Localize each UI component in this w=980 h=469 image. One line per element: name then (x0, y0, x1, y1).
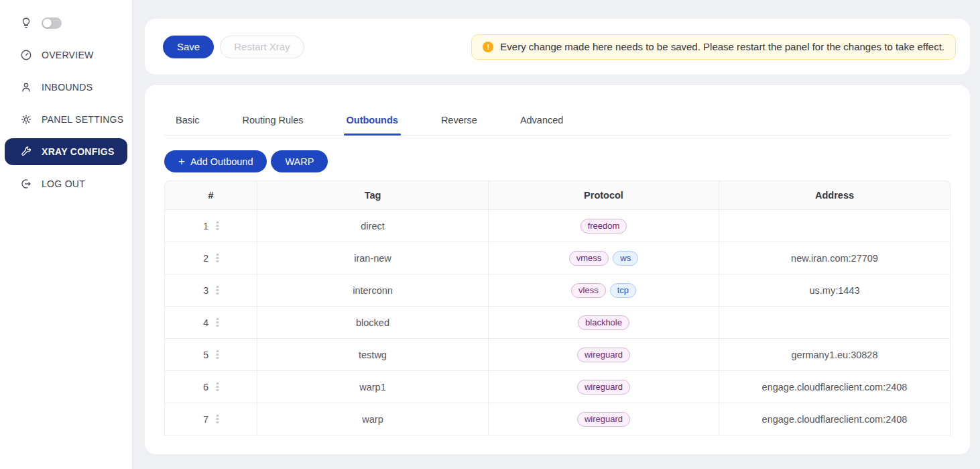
sidebar-item-overview[interactable]: OVERVIEW (0, 39, 132, 71)
sidebar-item-label: OVERVIEW (42, 50, 94, 60)
table-row: 7 warp wireguard engage.cloudflareclient… (164, 403, 951, 435)
protocol-badge: wireguard (577, 380, 630, 395)
row-menu-icon[interactable] (217, 382, 219, 391)
row-number: 5 (203, 350, 208, 360)
col-header-number: # (164, 180, 257, 210)
table-actions: + Add Outbound WARP (164, 150, 951, 172)
tag-cell: testwg (257, 339, 489, 371)
protocol-badge: blackhole (578, 315, 629, 330)
tab-outbounds[interactable]: Outbounds (347, 115, 398, 135)
toggle-knob (43, 19, 52, 28)
table-row: 1 direct freedom (164, 210, 951, 242)
table-row: 3 interconn vless tcp us.my:1443 (164, 274, 951, 307)
outbounds-table-wrap: # Tag Protocol Address 1 direct freedom … (164, 180, 951, 435)
sidebar-item-logout[interactable]: LOG OUT (0, 168, 132, 200)
add-outbound-button[interactable]: + Add Outbound (164, 150, 267, 172)
sidebar-item-label: LOG OUT (42, 178, 85, 189)
row-menu-icon[interactable] (217, 350, 219, 359)
sidebar-item-label: XRAY CONFIGS (42, 146, 115, 157)
address-cell: engage.cloudflareclient.com:2408 (719, 403, 951, 435)
transport-badge: ws (613, 251, 638, 266)
col-header-protocol: Protocol (489, 180, 719, 210)
table-row: 2 iran-new vmess ws new.iran.com:27709 (164, 242, 951, 274)
outbounds-table: # Tag Protocol Address 1 direct freedom … (164, 180, 951, 435)
row-number: 3 (203, 285, 208, 296)
lightbulb-icon (20, 17, 32, 29)
plus-icon: + (178, 156, 185, 167)
protocol-badge: freedom (580, 219, 627, 233)
row-menu-icon[interactable] (217, 221, 219, 230)
dashboard-icon (20, 49, 32, 61)
row-number: 6 (203, 382, 208, 393)
row-number: 7 (203, 414, 208, 425)
save-button[interactable]: Save (163, 36, 214, 58)
address-cell: us.my:1443 (719, 274, 951, 307)
tag-cell: direct (257, 210, 489, 242)
transport-badge: tcp (610, 283, 636, 298)
add-outbound-label: Add Outbound (190, 156, 253, 167)
tab-advanced[interactable]: Advanced (520, 115, 564, 135)
gear-icon (20, 113, 32, 125)
theme-toggle-row (0, 7, 132, 39)
xray-configs-card: Basic Routing Rules Outbounds Reverse Ad… (145, 85, 970, 454)
toolbar-card: Save Restart Xray ! Every change made he… (145, 19, 970, 74)
row-number: 1 (203, 221, 208, 231)
address-cell: new.iran.com:27709 (719, 242, 951, 274)
warning-alert: ! Every change made here needs to be sav… (471, 34, 956, 60)
row-number: 4 (203, 317, 208, 328)
tab-routing-rules[interactable]: Routing Rules (242, 115, 303, 135)
wrench-icon (20, 146, 32, 158)
tab-basic[interactable]: Basic (176, 115, 199, 135)
address-cell: engage.cloudflareclient.com:2408 (719, 371, 951, 403)
row-menu-icon[interactable] (217, 318, 219, 327)
table-header-row: # Tag Protocol Address (164, 180, 951, 210)
col-header-address: Address (719, 180, 951, 210)
row-menu-icon[interactable] (217, 415, 219, 423)
table-row: 4 blocked blackhole (164, 307, 951, 339)
row-menu-icon[interactable] (217, 254, 219, 262)
tag-cell: warp1 (257, 371, 489, 403)
sidebar-item-inbounds[interactable]: INBOUNDS (0, 71, 132, 103)
theme-toggle[interactable] (42, 17, 62, 29)
sidebar-item-xray-configs[interactable]: XRAY CONFIGS (5, 138, 127, 165)
tab-reverse[interactable]: Reverse (441, 115, 477, 135)
row-menu-icon[interactable] (217, 286, 219, 295)
sidebar-item-label: PANEL SETTINGS (42, 114, 123, 125)
protocol-badge: vmess (569, 251, 609, 266)
restart-xray-button[interactable]: Restart Xray (220, 36, 304, 58)
user-icon (20, 81, 32, 93)
warp-button[interactable]: WARP (271, 150, 328, 172)
tag-cell: iran-new (257, 242, 489, 274)
sidebar: OVERVIEW INBOUNDS PANEL SETTINGS XRAY CO… (0, 0, 133, 469)
protocol-badge: wireguard (577, 412, 630, 427)
tab-bar: Basic Routing Rules Outbounds Reverse Ad… (164, 85, 951, 136)
address-cell: germany1.eu:30828 (719, 339, 951, 371)
warning-alert-text: Every change made here needs to be saved… (500, 41, 944, 52)
protocol-badge: vless (571, 283, 606, 298)
row-number: 2 (203, 253, 208, 264)
table-row: 5 testwg wireguard germany1.eu:30828 (164, 339, 951, 371)
table-row: 6 warp1 wireguard engage.cloudflareclien… (164, 371, 951, 403)
address-cell (719, 307, 951, 339)
protocol-badge: wireguard (577, 348, 630, 362)
sidebar-item-panel-settings[interactable]: PANEL SETTINGS (0, 103, 132, 136)
tag-cell: blocked (257, 307, 489, 339)
col-header-tag: Tag (257, 180, 489, 210)
warning-icon: ! (483, 42, 493, 52)
tag-cell: interconn (257, 274, 489, 307)
tag-cell: warp (257, 403, 489, 435)
logout-icon (20, 178, 32, 190)
sidebar-item-label: INBOUNDS (42, 82, 93, 93)
address-cell (719, 210, 951, 242)
